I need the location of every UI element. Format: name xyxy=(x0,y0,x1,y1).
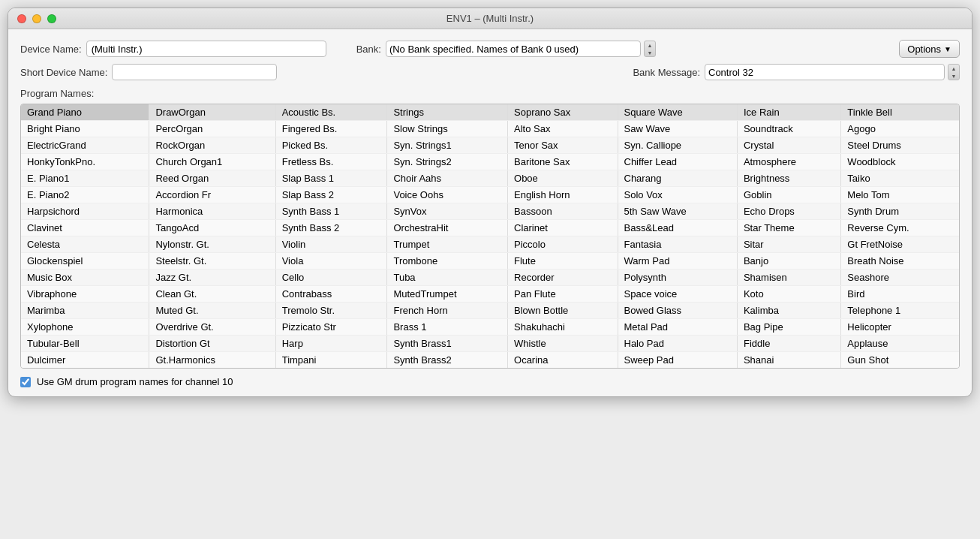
bank-message-stepper[interactable]: ▲ ▼ xyxy=(948,64,960,80)
cell-14-3[interactable]: Synth Brass1 xyxy=(387,336,508,352)
cell-4-3[interactable]: Choir Aahs xyxy=(387,170,508,187)
table-row[interactable]: Bright PianoPercOrganFingered Bs.Slow St… xyxy=(21,121,959,137)
cell-8-4[interactable]: Piccolo xyxy=(508,236,618,253)
cell-4-7[interactable]: Taiko xyxy=(841,170,959,187)
cell-6-6[interactable]: Echo Drops xyxy=(737,203,840,220)
cell-15-3[interactable]: Synth Brass2 xyxy=(387,352,508,369)
cell-12-6[interactable]: Kalimba xyxy=(737,303,840,319)
cell-6-0[interactable]: Harpsichord xyxy=(21,203,149,220)
cell-11-4[interactable]: Pan Flute xyxy=(508,286,618,303)
cell-9-2[interactable]: Viola xyxy=(275,253,387,270)
cell-14-6[interactable]: Fiddle xyxy=(737,336,840,352)
cell-9-3[interactable]: Trombone xyxy=(387,253,508,270)
cell-5-1[interactable]: Accordion Fr xyxy=(149,187,275,203)
cell-6-5[interactable]: 5th Saw Wave xyxy=(618,203,737,220)
cell-0-1[interactable]: DrawOrgan xyxy=(149,104,275,121)
cell-7-5[interactable]: Bass&Lead xyxy=(618,220,737,236)
cell-0-6[interactable]: Ice Rain xyxy=(737,104,840,121)
table-row[interactable]: CelestaNylonstr. Gt.ViolinTrumpetPiccolo… xyxy=(21,236,959,253)
cell-14-0[interactable]: Tubular-Bell xyxy=(21,336,149,352)
cell-6-7[interactable]: Synth Drum xyxy=(841,203,959,220)
cell-5-6[interactable]: Goblin xyxy=(737,187,840,203)
cell-9-0[interactable]: Glockenspiel xyxy=(21,253,149,270)
cell-7-4[interactable]: Clarinet xyxy=(508,220,618,236)
table-row[interactable]: VibraphoneClean Gt.ContrabassMutedTrumpe… xyxy=(21,286,959,303)
device-name-input[interactable] xyxy=(86,41,326,57)
cell-2-4[interactable]: Tenor Sax xyxy=(508,137,618,154)
cell-8-6[interactable]: Sitar xyxy=(737,236,840,253)
cell-1-1[interactable]: PercOrgan xyxy=(149,121,275,137)
cell-3-0[interactable]: HonkyTonkPno. xyxy=(21,154,149,170)
bank-message-stepper-up[interactable]: ▲ xyxy=(948,65,959,72)
cell-14-4[interactable]: Whistle xyxy=(508,336,618,352)
cell-1-5[interactable]: Saw Wave xyxy=(618,121,737,137)
bank-stepper-up[interactable]: ▲ xyxy=(645,41,655,49)
cell-0-7[interactable]: Tinkle Bell xyxy=(841,104,959,121)
table-row[interactable]: MarimbaMuted Gt.Tremolo Str.French HornB… xyxy=(21,303,959,319)
cell-9-1[interactable]: Steelstr. Gt. xyxy=(149,253,275,270)
cell-4-5[interactable]: Charang xyxy=(618,170,737,187)
cell-0-4[interactable]: Soprano Sax xyxy=(508,104,618,121)
cell-12-3[interactable]: French Horn xyxy=(387,303,508,319)
cell-3-2[interactable]: Fretless Bs. xyxy=(275,154,387,170)
table-row[interactable]: HonkyTonkPno.Church Organ1Fretless Bs.Sy… xyxy=(21,154,959,170)
cell-5-3[interactable]: Voice Oohs xyxy=(387,187,508,203)
cell-15-4[interactable]: Ocarina xyxy=(508,352,618,369)
cell-7-7[interactable]: Reverse Cym. xyxy=(841,220,959,236)
bank-select[interactable]: (No Bank specified. Names of Bank 0 used… xyxy=(386,41,641,57)
table-row[interactable]: GlockenspielSteelstr. Gt.ViolaTromboneFl… xyxy=(21,253,959,270)
cell-7-6[interactable]: Star Theme xyxy=(737,220,840,236)
cell-9-5[interactable]: Warm Pad xyxy=(618,253,737,270)
cell-12-1[interactable]: Muted Gt. xyxy=(149,303,275,319)
cell-4-0[interactable]: E. Piano1 xyxy=(21,170,149,187)
cell-10-0[interactable]: Music Box xyxy=(21,270,149,286)
cell-14-2[interactable]: Harp xyxy=(275,336,387,352)
cell-13-4[interactable]: Shakuhachi xyxy=(508,319,618,336)
cell-15-5[interactable]: Sweep Pad xyxy=(618,352,737,369)
cell-12-0[interactable]: Marimba xyxy=(21,303,149,319)
cell-12-7[interactable]: Telephone 1 xyxy=(841,303,959,319)
cell-1-4[interactable]: Alto Sax xyxy=(508,121,618,137)
cell-3-4[interactable]: Baritone Sax xyxy=(508,154,618,170)
cell-8-2[interactable]: Violin xyxy=(275,236,387,253)
cell-5-0[interactable]: E. Piano2 xyxy=(21,187,149,203)
gm-drum-checkbox[interactable] xyxy=(20,377,31,387)
table-row[interactable]: Tubular-BellDistortion GtHarpSynth Brass… xyxy=(21,336,959,352)
maximize-button[interactable] xyxy=(47,14,56,23)
cell-11-5[interactable]: Space voice xyxy=(618,286,737,303)
cell-14-5[interactable]: Halo Pad xyxy=(618,336,737,352)
cell-4-6[interactable]: Brightness xyxy=(737,170,840,187)
cell-9-6[interactable]: Banjo xyxy=(737,253,840,270)
cell-14-1[interactable]: Distortion Gt xyxy=(149,336,275,352)
short-device-name-input[interactable] xyxy=(112,64,277,80)
cell-0-5[interactable]: Square Wave xyxy=(618,104,737,121)
cell-15-1[interactable]: Gt.Harmonics xyxy=(149,352,275,369)
cell-6-3[interactable]: SynVox xyxy=(387,203,508,220)
cell-7-3[interactable]: OrchestraHit xyxy=(387,220,508,236)
table-row[interactable]: XylophoneOverdrive Gt.Pizzicato StrBrass… xyxy=(21,319,959,336)
cell-10-7[interactable]: Seashore xyxy=(841,270,959,286)
table-row[interactable]: ClavinetTangoAcdSynth Bass 2OrchestraHit… xyxy=(21,220,959,236)
cell-11-0[interactable]: Vibraphone xyxy=(21,286,149,303)
cell-6-4[interactable]: Bassoon xyxy=(508,203,618,220)
cell-15-6[interactable]: Shanai xyxy=(737,352,840,369)
cell-10-2[interactable]: Cello xyxy=(275,270,387,286)
minimize-button[interactable] xyxy=(32,14,41,23)
cell-15-2[interactable]: Timpani xyxy=(275,352,387,369)
close-button[interactable] xyxy=(17,14,26,23)
cell-3-6[interactable]: Atmosphere xyxy=(737,154,840,170)
bank-stepper-down[interactable]: ▼ xyxy=(645,49,655,56)
cell-8-7[interactable]: Gt FretNoise xyxy=(841,236,959,253)
cell-11-1[interactable]: Clean Gt. xyxy=(149,286,275,303)
cell-5-7[interactable]: Melo Tom xyxy=(841,187,959,203)
cell-12-4[interactable]: Blown Bottle xyxy=(508,303,618,319)
cell-14-7[interactable]: Applause xyxy=(841,336,959,352)
cell-11-6[interactable]: Koto xyxy=(737,286,840,303)
cell-3-5[interactable]: Chiffer Lead xyxy=(618,154,737,170)
cell-4-4[interactable]: Oboe xyxy=(508,170,618,187)
cell-8-1[interactable]: Nylonstr. Gt. xyxy=(149,236,275,253)
cell-0-3[interactable]: Strings xyxy=(387,104,508,121)
cell-10-3[interactable]: Tuba xyxy=(387,270,508,286)
cell-15-0[interactable]: Dulcimer xyxy=(21,352,149,369)
table-row[interactable]: ElectricGrandRockOrganPicked Bs.Syn. Str… xyxy=(21,137,959,154)
